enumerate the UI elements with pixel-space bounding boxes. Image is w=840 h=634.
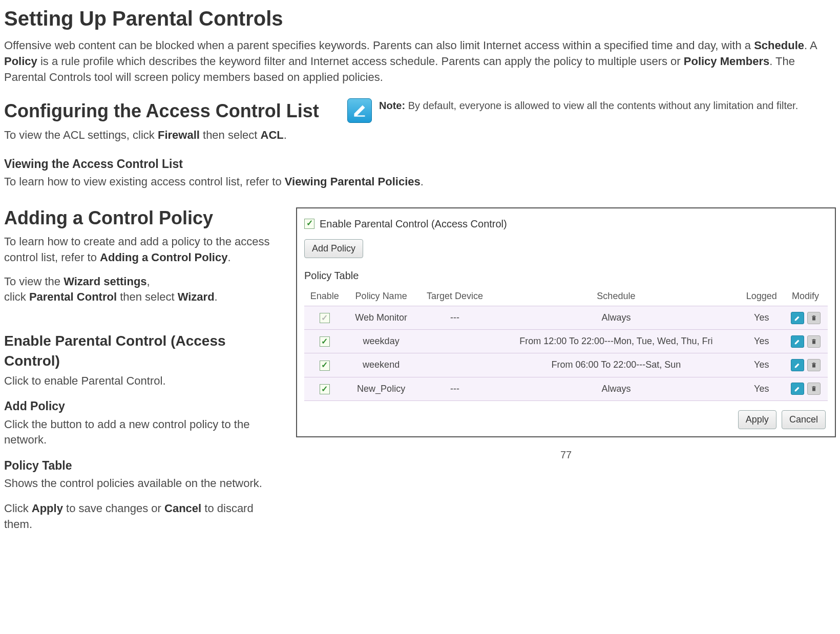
row-enable-checkbox[interactable]: ✓	[320, 313, 330, 323]
enable-parental-control-checkbox[interactable]: ✓	[304, 219, 314, 229]
col-logged: Logged	[740, 287, 784, 306]
edit-icon[interactable]	[791, 359, 804, 371]
row-policy-name: Web Monitor	[345, 306, 417, 329]
row-logged: Yes	[740, 353, 784, 377]
add-policy-text: To learn how to create and add a policy …	[4, 234, 281, 266]
bold-parental-control: Parental Control	[29, 290, 117, 303]
row-logged: Yes	[740, 377, 784, 400]
note-callout: Note: By default, everyone is allowed to…	[347, 98, 836, 123]
row-schedule: From 06:00 To 22:00---Sat, Sun	[492, 353, 740, 377]
row-target-device: ---	[417, 306, 493, 329]
intro-paragraph: Offensive web content can be blocked whe…	[4, 38, 836, 85]
note-icon	[347, 98, 372, 123]
enable-parental-control-label: Enable Parental Control (Access Control)	[320, 217, 507, 231]
heading-add-policy: Adding a Control Policy	[4, 205, 281, 231]
wizard-text: To view the Wizard settings, click Paren…	[4, 274, 281, 306]
row-target-device: ---	[417, 377, 493, 400]
col-target-device: Target Device	[417, 287, 493, 306]
delete-icon[interactable]	[807, 359, 821, 371]
row-logged: Yes	[740, 306, 784, 329]
cancel-button[interactable]: Cancel	[782, 410, 826, 429]
text: then select	[117, 290, 178, 303]
col-policy-name: Policy Name	[345, 287, 417, 306]
heading-enable-parental-control: Enable Parental Control (Access Control)	[4, 331, 281, 371]
policy-table-label: Policy Table	[304, 268, 828, 283]
text: Click	[4, 502, 32, 515]
bold-apply: Apply	[32, 502, 63, 515]
heading-policy-table: Policy Table	[4, 457, 281, 474]
col-enable: Enable	[304, 287, 345, 306]
checkmark-icon: ✓	[321, 360, 328, 371]
bold-adding-control-policy: Adding a Control Policy	[100, 251, 227, 264]
checkmark-icon: ✓	[306, 218, 313, 229]
table-row: ✓weekdayFrom 12:00 To 22:00---Mon, Tue, …	[304, 330, 828, 353]
bold-wizard-settings: Wizard settings	[64, 275, 146, 288]
row-schedule: Always	[492, 306, 740, 329]
bold-schedule: Schedule	[754, 39, 804, 52]
table-row: ✓New_Policy---AlwaysYes	[304, 377, 828, 400]
text: is a rule profile which describes the ke…	[37, 55, 684, 68]
text: then select	[200, 129, 261, 141]
row-policy-name: weekend	[345, 353, 417, 377]
delete-icon[interactable]	[807, 335, 821, 348]
page-number: 77	[296, 448, 836, 462]
text: .	[227, 251, 230, 264]
note-body: By default, everyone is allowed to view …	[405, 100, 798, 111]
col-schedule: Schedule	[492, 287, 740, 306]
policy-table-text: Shows the control policies available on …	[4, 476, 281, 492]
text: .	[284, 129, 287, 141]
apply-button[interactable]: Apply	[738, 410, 776, 429]
checkmark-icon: ✓	[321, 312, 328, 324]
table-row: ✓weekendFrom 06:00 To 22:00---Sat, SunYe…	[304, 353, 828, 377]
add-policy-button[interactable]: Add Policy	[304, 239, 363, 258]
text: Offensive web content can be blocked whe…	[4, 39, 754, 52]
checkmark-icon: ✓	[321, 336, 328, 347]
edit-icon[interactable]	[791, 335, 804, 348]
bold-viewing-policies: Viewing Parental Policies	[285, 175, 421, 188]
acl-text: To view the ACL settings, click Firewall…	[4, 128, 332, 143]
note-label: Note:	[379, 100, 405, 111]
text: to save changes or	[63, 502, 164, 515]
checkmark-icon: ✓	[321, 384, 328, 395]
view-acl-text: To learn how to view existing access con…	[4, 174, 836, 190]
row-enable-checkbox[interactable]: ✓	[320, 336, 330, 347]
delete-icon[interactable]	[807, 383, 821, 395]
row-target-device	[417, 330, 493, 353]
text: . A	[804, 39, 816, 52]
add-policy-sub-text: Click the button to add a new control po…	[4, 417, 281, 449]
text: To learn how to view existing access con…	[4, 175, 285, 188]
policy-table: Enable Policy Name Target Device Schedul…	[304, 287, 828, 401]
text: ,	[147, 275, 150, 288]
text: .	[421, 175, 424, 188]
bold-policy: Policy	[4, 55, 37, 68]
heading-view-acl: Viewing the Access Control List	[4, 156, 836, 172]
bold-wizard: Wizard	[178, 290, 215, 303]
col-modify: Modify	[783, 287, 828, 306]
text: .	[215, 290, 218, 303]
screenshot-panel: ✓ Enable Parental Control (Access Contro…	[296, 207, 836, 437]
apply-cancel-text: Click Apply to save changes or Cancel to…	[4, 501, 281, 533]
text: To view the	[4, 275, 64, 288]
heading-configure-acl: Configuring the Access Control List	[4, 98, 332, 124]
delete-icon[interactable]	[807, 312, 821, 324]
bold-cancel: Cancel	[164, 502, 201, 515]
bold-acl: ACL	[261, 129, 284, 141]
row-schedule: Always	[492, 377, 740, 400]
bold-policy-members: Policy Members	[684, 55, 770, 68]
bold-firewall: Firewall	[158, 129, 200, 141]
row-schedule: From 12:00 To 22:00---Mon, Tue, Wed, Thu…	[492, 330, 740, 353]
note-text: Note: By default, everyone is allowed to…	[379, 98, 798, 113]
edit-icon[interactable]	[791, 312, 804, 324]
row-enable-checkbox[interactable]: ✓	[320, 361, 330, 371]
row-policy-name: New_Policy	[345, 377, 417, 400]
row-enable-checkbox[interactable]: ✓	[320, 384, 330, 394]
text: click	[4, 290, 29, 303]
enable-text: Click to enable Parental Control.	[4, 373, 281, 389]
row-target-device	[417, 353, 493, 377]
row-policy-name: weekday	[345, 330, 417, 353]
text: To view the ACL settings, click	[4, 129, 158, 141]
page-title: Setting Up Parental Controls	[4, 4, 836, 33]
edit-icon[interactable]	[791, 383, 804, 395]
row-logged: Yes	[740, 330, 784, 353]
table-row: ✓Web Monitor---AlwaysYes	[304, 306, 828, 329]
